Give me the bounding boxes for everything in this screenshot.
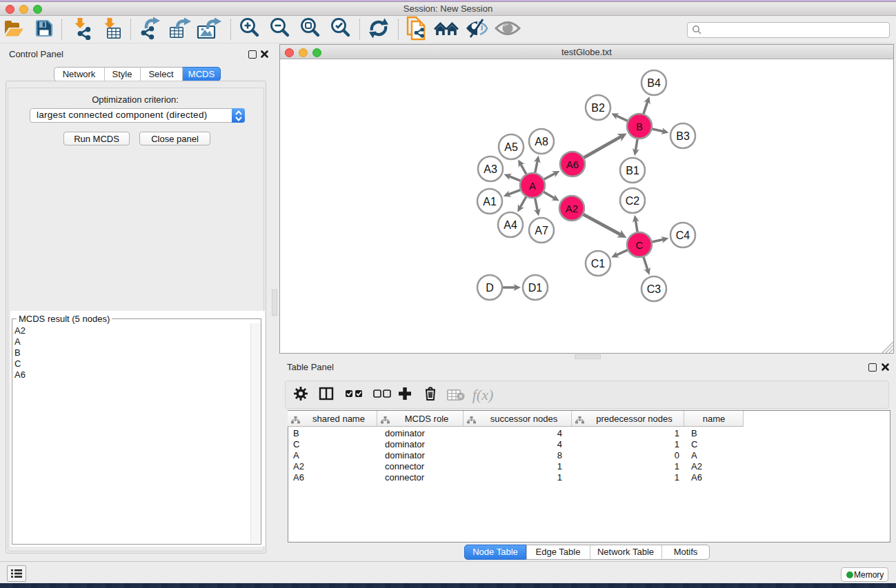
svg-text:A: A	[529, 180, 536, 192]
svg-text:C3: C3	[647, 283, 661, 295]
svg-text:A1: A1	[483, 196, 497, 207]
svg-text:C1: C1	[591, 258, 606, 270]
svg-text:C2: C2	[626, 195, 640, 207]
svg-text:B3: B3	[676, 130, 690, 142]
svg-text:D: D	[486, 282, 494, 294]
svg-text:C: C	[636, 239, 644, 251]
svg-text:A3: A3	[484, 163, 497, 175]
svg-text:A5: A5	[504, 141, 518, 153]
svg-text:B2: B2	[591, 102, 605, 114]
svg-text:A8: A8	[535, 136, 548, 148]
svg-text:C4: C4	[676, 230, 690, 241]
svg-text:B: B	[636, 121, 643, 132]
svg-text:B4: B4	[647, 77, 661, 89]
svg-text:A2: A2	[566, 203, 578, 214]
svg-text:D1: D1	[528, 282, 543, 294]
svg-text:B1: B1	[626, 165, 639, 176]
svg-text:A7: A7	[535, 225, 548, 236]
svg-text:A4: A4	[504, 219, 517, 231]
svg-text:A6: A6	[566, 159, 579, 170]
